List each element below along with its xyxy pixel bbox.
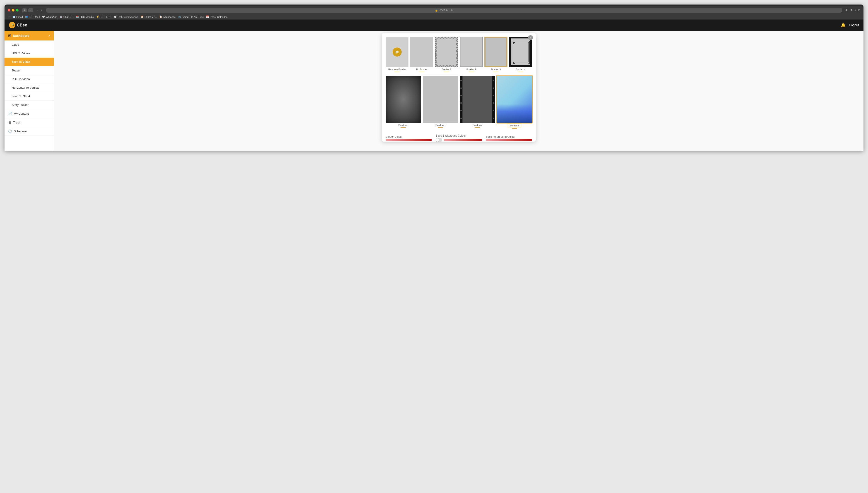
border-underline-1 bbox=[444, 72, 449, 72]
border-colour-label: Border Colour bbox=[386, 135, 432, 138]
gmeet-icon: 📹 bbox=[178, 15, 181, 18]
new-tab-icon[interactable]: + bbox=[854, 8, 856, 12]
sidebar-my-content-section[interactable]: 📄 My Content bbox=[4, 109, 54, 118]
bookmark-bits-erp[interactable]: ⚡ BITS ERP bbox=[96, 15, 111, 18]
sidebar-item-cbee-label: CBee bbox=[12, 43, 19, 46]
sidebar: ⊞ Dashboard ∧ CBee URL To Video Text To … bbox=[4, 31, 54, 151]
sidebar-item-long-to-short[interactable]: Long To Short bbox=[4, 92, 54, 101]
sidebar-item-text-to-video[interactable]: Text To Video bbox=[4, 58, 54, 66]
downloads-icon[interactable]: ⬇ bbox=[845, 8, 848, 12]
svg-rect-0 bbox=[512, 41, 529, 63]
bookmark-technews[interactable]: 📰 TechNews Veehive bbox=[113, 15, 138, 18]
subs-fg-colour-control: Subs Foreground Colour bbox=[486, 135, 532, 141]
bookmark-whatsapp[interactable]: 💬 WhatsApp bbox=[42, 15, 57, 18]
browser-actions: ⬇ ⬆ + ⧉ bbox=[845, 8, 860, 12]
bookmark-youtube[interactable]: ▶ YouTube bbox=[192, 15, 204, 18]
border-underline-6 bbox=[438, 127, 443, 128]
border-label-no-border: No Border bbox=[416, 68, 427, 71]
border-selection-modal: × ⇄ Random Border bbox=[382, 33, 536, 142]
sidebar-item-url-to-video[interactable]: URL To Video bbox=[4, 49, 54, 58]
sidebar-item-pdf-label: PDF To Video bbox=[12, 77, 30, 81]
notifications-bell-icon[interactable]: 🔔 bbox=[841, 23, 846, 27]
border-card-7[interactable]: Border-7 bbox=[460, 76, 495, 129]
border-grid-row2: Border-5 Border-6 bbox=[386, 76, 532, 129]
chevron-down-icon[interactable]: ⌄ bbox=[28, 8, 33, 12]
bookmark-bits-mail[interactable]: 📬 BITS Mail bbox=[25, 15, 40, 18]
border-preview-3 bbox=[484, 37, 507, 67]
border-card-2[interactable]: Border-2 bbox=[460, 37, 483, 72]
border-card-3[interactable]: Border-3 bbox=[484, 37, 507, 72]
room2-icon: 🏠 bbox=[140, 15, 144, 18]
app-logo: 🐝 CBee bbox=[9, 22, 27, 28]
app-body: ⊞ Dashboard ∧ CBee URL To Video Text To … bbox=[4, 31, 864, 151]
border-label-2: Border-2 bbox=[466, 68, 476, 71]
reload-icon[interactable]: ↻ bbox=[451, 8, 453, 12]
sidebar-item-horizontal-to-vertical[interactable]: Horizontal To Vertical bbox=[4, 83, 54, 92]
logout-button[interactable]: Logout bbox=[849, 23, 859, 27]
sidebar-item-h2v-label: Horizontal To Vertical bbox=[12, 86, 39, 89]
border-preview-5 bbox=[386, 76, 421, 123]
border-label-5: Border-5 bbox=[399, 124, 408, 126]
bits-mail-icon: 📬 bbox=[25, 15, 28, 18]
minimize-window-button[interactable] bbox=[12, 9, 15, 12]
address-bar[interactable]: 🔒 cbee.ai ↻ bbox=[46, 8, 842, 13]
border-preview-no-border bbox=[410, 37, 433, 67]
border-colour-slider[interactable] bbox=[386, 139, 432, 141]
bookmark-lms[interactable]: 📚 LMS Moodle bbox=[76, 15, 94, 18]
sidebar-item-teaser[interactable]: Teaser bbox=[4, 66, 54, 75]
border-card-6[interactable]: Border-6 bbox=[423, 76, 458, 129]
modal-body[interactable]: ⇄ Random Border No Border bbox=[382, 33, 536, 142]
sidebar-toggle-button[interactable]: ⊞ bbox=[22, 8, 27, 12]
my-content-icon: 📄 bbox=[8, 112, 12, 115]
topnav-right: 🔔 Logout bbox=[841, 23, 859, 27]
sidebar-trash-section[interactable]: 🗑 Trash bbox=[4, 118, 54, 127]
border-card-random[interactable]: ⇄ Random Border bbox=[386, 37, 408, 72]
border-underline-3 bbox=[493, 72, 499, 72]
border-card-1[interactable]: Border-1 bbox=[435, 37, 458, 72]
bookmark-attendance[interactable]: 📋 Attendance bbox=[159, 15, 176, 18]
sidebar-item-text-label: Text To Video bbox=[12, 60, 30, 64]
modal-close-button[interactable]: × bbox=[528, 35, 533, 40]
bookmark-react-calendar[interactable]: 📅 React Calendar bbox=[206, 15, 227, 18]
modal-overlay: × ⇄ Random Border bbox=[54, 31, 864, 151]
bookmark-room2[interactable]: 🏠 Room 2 📞 bbox=[140, 15, 157, 18]
subs-bg-toggle[interactable] bbox=[436, 138, 442, 142]
bookmark-gmail[interactable]: 📧 Gmail bbox=[13, 15, 23, 18]
trash-icon: 🗑 bbox=[8, 121, 11, 124]
border-underline-random bbox=[395, 72, 400, 72]
border-underline-5 bbox=[401, 127, 406, 128]
bookmarks-bar: ⋯ 📧 Gmail 📬 BITS Mail 💬 WhatsApp 🤖 ChatG… bbox=[4, 15, 864, 19]
sidebar-scheduler-section[interactable]: 🕐 Scheduler bbox=[4, 127, 54, 136]
subs-fg-colour-slider[interactable] bbox=[486, 139, 532, 141]
border-label-7: Border-7 bbox=[473, 124, 482, 126]
share-icon[interactable]: ⬆ bbox=[850, 8, 853, 12]
color-controls: Border Colour Subs Background Colour bbox=[386, 132, 532, 142]
tabs-icon[interactable]: ⧉ bbox=[858, 8, 860, 12]
sidebar-scheduler-label: Scheduler bbox=[14, 130, 27, 133]
border-card-no-border[interactable]: No Border bbox=[410, 37, 433, 72]
youtube-icon: ▶ bbox=[192, 15, 193, 18]
border-underline-no-border bbox=[419, 72, 424, 72]
bookmark-gmeet[interactable]: 📹 Gmeet bbox=[178, 15, 189, 18]
maximize-window-button[interactable] bbox=[16, 9, 19, 12]
sidebar-item-story-builder[interactable]: Story Builder bbox=[4, 101, 54, 109]
back-button[interactable]: ‹ bbox=[36, 8, 39, 12]
sidebar-item-pdf-to-video[interactable]: PDF To Video bbox=[4, 75, 54, 83]
random-shuffle-icon: ⇄ bbox=[393, 47, 402, 57]
bits-erp-icon: ⚡ bbox=[96, 15, 99, 18]
main-content: Text to Video × ⇄ bbox=[54, 31, 864, 151]
bookmark-apps-grid[interactable]: ⋯ bbox=[8, 15, 10, 18]
lms-icon: 📚 bbox=[76, 15, 79, 18]
close-window-button[interactable] bbox=[8, 9, 10, 12]
border-card-4[interactable]: Border-4 bbox=[509, 37, 532, 72]
attendance-icon: 📋 bbox=[159, 15, 162, 18]
sidebar-item-cbee[interactable]: CBee bbox=[4, 41, 54, 49]
border-card-5[interactable]: Border-5 bbox=[386, 76, 421, 129]
bookmark-chatgpt[interactable]: 🤖 ChatGPT bbox=[60, 15, 74, 18]
forward-button[interactable]: › bbox=[40, 8, 43, 12]
sidebar-dashboard-section[interactable]: ⊞ Dashboard ∧ bbox=[4, 31, 54, 41]
border-grid-row1: ⇄ Random Border No Border bbox=[386, 37, 532, 72]
subs-bg-colour-slider[interactable] bbox=[444, 139, 482, 141]
react-calendar-icon: 📅 bbox=[206, 15, 209, 18]
border-card-8[interactable]: Border-8 bbox=[497, 76, 532, 129]
